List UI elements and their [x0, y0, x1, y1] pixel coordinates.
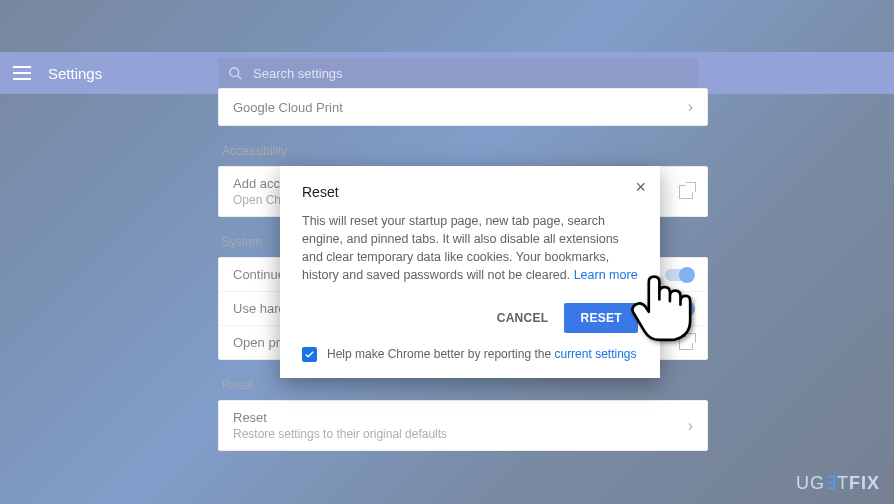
- chevron-right-icon: ›: [688, 98, 693, 116]
- svg-line-1: [237, 75, 241, 79]
- row-google-cloud-print[interactable]: Google Cloud Print ›: [219, 89, 707, 125]
- page-title: Settings: [48, 65, 102, 82]
- cancel-button[interactable]: CANCEL: [491, 303, 555, 333]
- section-heading-accessibility: Accessibility: [222, 144, 708, 158]
- dialog-body-text: This will reset your startup page, new t…: [302, 214, 619, 282]
- dialog-title: Reset: [302, 184, 638, 200]
- svg-point-0: [230, 67, 239, 76]
- row-reset[interactable]: Reset Restore settings to their original…: [219, 401, 707, 450]
- section-heading-reset: Reset: [222, 378, 708, 392]
- search-icon: [228, 66, 243, 81]
- row-label: Reset: [233, 410, 267, 425]
- help-checkbox[interactable]: [302, 347, 317, 362]
- row-label: Google Cloud Print: [233, 100, 343, 115]
- watermark: UG∃TFIX: [796, 472, 880, 494]
- external-link-icon: [679, 185, 693, 199]
- hamburger-menu-icon[interactable]: [8, 59, 36, 87]
- chevron-right-icon: ›: [688, 417, 693, 435]
- search-input[interactable]: [253, 66, 633, 81]
- row-sublabel: Restore settings to their original defau…: [233, 427, 447, 441]
- search-box[interactable]: [218, 58, 698, 88]
- help-text: Help make Chrome better by reporting the…: [327, 347, 637, 361]
- dialog-body: This will reset your startup page, new t…: [302, 212, 638, 285]
- help-text-prefix: Help make Chrome better by reporting the: [327, 347, 554, 361]
- help-improve-row: Help make Chrome better by reporting the…: [302, 347, 638, 362]
- close-icon[interactable]: ×: [635, 180, 646, 194]
- cursor-hand-icon: [618, 266, 706, 358]
- reset-dialog: × Reset This will reset your startup pag…: [280, 166, 660, 378]
